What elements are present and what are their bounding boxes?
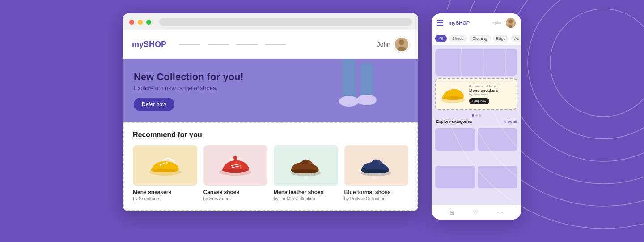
shop-user: John (377, 37, 409, 52)
product-image-4 (344, 145, 409, 186)
mobile-category-tabs: All Shoes Clothing Bags Ac (432, 32, 521, 45)
product-card-3[interactable]: Mens leather shoes by ProMenCollection (274, 145, 338, 201)
products-grid: Mens sneakers by Sneakeers (133, 145, 408, 201)
mobile-logo: mySHOP (449, 20, 490, 26)
hamburger-icon[interactable] (437, 20, 443, 26)
product-by-2: by Sneakeers (203, 196, 268, 201)
cat-tab-bags[interactable]: Bags (493, 35, 509, 42)
mobile-rec-name: Mens sneakers (469, 88, 513, 93)
browser-dot-red (129, 20, 134, 25)
product-name-3: Mens leather shoes (274, 189, 338, 195)
browser-titlebar (123, 13, 418, 30)
hero-shoe-image (315, 59, 405, 121)
browser-address-bar[interactable] (159, 18, 412, 26)
svg-point-15 (163, 163, 165, 164)
product-image-2 (203, 145, 268, 186)
cat-tab-clothing[interactable]: Clothing (469, 35, 491, 42)
menu-bar-1 (437, 20, 443, 21)
mobile-rec-by: by Sneakeers (469, 93, 513, 96)
refer-now-button[interactable]: Refer now (134, 98, 174, 111)
svg-point-12 (357, 95, 377, 105)
dot-2 (475, 114, 478, 117)
user-avatar (394, 37, 409, 52)
nav-item-4 (265, 44, 286, 45)
nav-item-1 (179, 44, 200, 45)
hero-banner: New Collection for you! Explore our new … (123, 59, 418, 122)
mobile-categories-grid (435, 128, 517, 201)
mobile-rec-info: Recommend for you Mens sneakers by Sneak… (469, 84, 513, 104)
svg-rect-10 (360, 63, 373, 99)
svg-point-11 (339, 96, 359, 107)
product-by-3: by ProMenCollection (274, 196, 338, 201)
product-image-3 (274, 145, 338, 186)
cat-tab-all[interactable]: All (435, 35, 447, 42)
mobile-bottom-bar: ⊞ ♡ ⋯ (432, 205, 521, 220)
view-all-link[interactable]: View all (504, 120, 517, 124)
browser-dot-yellow (138, 20, 143, 25)
cat-box-1[interactable] (435, 128, 475, 151)
recommend-section: Recommend for you (123, 122, 418, 211)
carousel-dots (435, 114, 517, 117)
shop-now-button[interactable]: Shop now (469, 98, 489, 104)
svg-point-14 (160, 164, 161, 166)
cat-box-2[interactable] (478, 128, 518, 151)
cat-box-3[interactable] (435, 166, 475, 188)
cat-box-4[interactable] (478, 166, 518, 188)
mobile-header: mySHOP John (432, 13, 521, 32)
mobile-user-name: John (492, 21, 501, 25)
mobile-user-avatar (506, 18, 516, 28)
product-name-4: Blue formal shoes (344, 189, 409, 195)
person-icon[interactable]: ♡ (473, 209, 479, 216)
product-image-1 (133, 145, 197, 186)
explore-label: Explore categories (436, 119, 472, 124)
cat-tab-acc[interactable]: Ac (511, 35, 521, 42)
explore-header: Explore categories View all (435, 119, 517, 124)
svg-point-25 (509, 20, 513, 24)
product-name-1: Mens sneakers (133, 189, 197, 195)
menu-bar-3 (437, 25, 443, 26)
mobile-mockup: mySHOP John All Shoes Clothing Bags Ac (432, 13, 521, 220)
menu-bar-2 (437, 22, 443, 23)
mobile-recommend-card: Recommend for you Mens sneakers by Sneak… (435, 78, 517, 110)
cat-tab-shoes[interactable]: Shoes (449, 35, 467, 42)
shop-header: mySHOP John (123, 30, 418, 59)
recommend-title: Recommend for you (133, 131, 408, 139)
product-name-2: Canvas shoes (203, 189, 268, 195)
svg-point-23 (372, 160, 379, 164)
browser-dot-green (146, 20, 151, 25)
svg-point-16 (166, 162, 168, 164)
mobile-rec-label: Recommend for you (469, 84, 513, 88)
nav-item-3 (236, 44, 258, 45)
product-card-2[interactable]: Canvas shoes by Sneakeers (203, 145, 268, 201)
dot-1 (472, 114, 474, 117)
mobile-banner (435, 49, 517, 76)
svg-point-7 (399, 39, 404, 45)
product-card-4[interactable]: Blue formal shoes by ProMenCollection (344, 145, 409, 201)
product-by-1: by Sneakeers (133, 196, 197, 201)
shop-nav (179, 44, 377, 45)
dot-3 (479, 114, 481, 117)
desktop-browser-mockup: mySHOP John (123, 13, 418, 211)
shop-logo: mySHOP (132, 40, 166, 49)
svg-point-21 (301, 160, 309, 164)
home-icon[interactable]: ⊞ (449, 209, 455, 216)
user-name-label: John (377, 41, 390, 48)
svg-rect-9 (342, 59, 356, 99)
product-card-1[interactable]: Mens sneakers by Sneakeers (133, 145, 197, 201)
settings-icon[interactable]: ⋯ (497, 209, 503, 216)
product-by-4: by ProMenCollection (344, 196, 409, 201)
nav-item-2 (208, 44, 229, 45)
mobile-content: Recommend for you Mens sneakers by Sneak… (432, 45, 521, 205)
